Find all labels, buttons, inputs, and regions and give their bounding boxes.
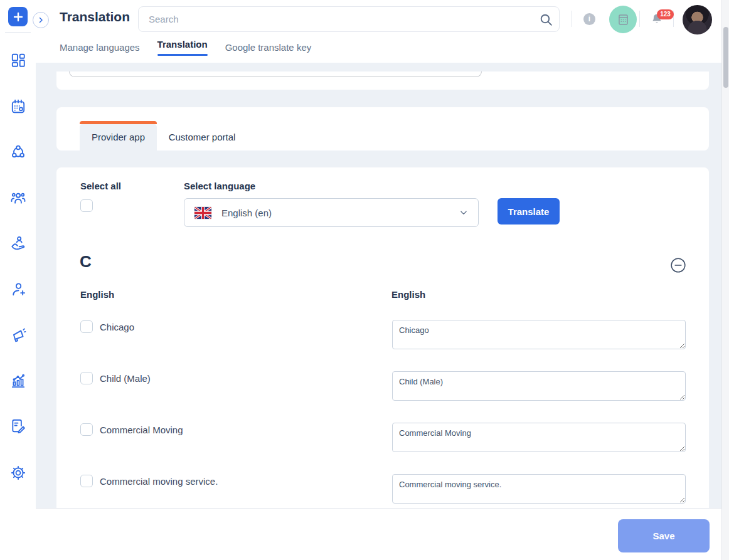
team-icon: [10, 189, 26, 206]
portal-tabs-card: Provider app Customer portal: [56, 107, 709, 151]
translation-card: Select all Select language English (en) …: [56, 167, 709, 514]
sidebar-item-add-user[interactable]: [10, 281, 26, 297]
chevron-right-icon: [37, 16, 45, 24]
tab-manage-languages[interactable]: Manage languages: [60, 39, 140, 56]
row-checkbox[interactable]: [80, 372, 93, 384]
footer-bar: Save: [36, 508, 721, 560]
document-edit-icon: [10, 418, 26, 434]
scrollbar-track: [721, 0, 729, 560]
header-divider: [572, 11, 572, 27]
info-icon[interactable]: i: [583, 13, 595, 25]
translate-button[interactable]: Translate: [498, 198, 560, 225]
translation-textarea[interactable]: Commercial Moving: [392, 423, 686, 452]
language-value: English (en): [221, 208, 449, 218]
tab-customer-portal-label: Customer portal: [169, 132, 236, 142]
sidebar-item-team[interactable]: [10, 189, 26, 206]
translation-textarea[interactable]: Child (Male): [392, 371, 686, 401]
sidebar-item-calendar[interactable]: [10, 98, 26, 115]
scrollbar-thumb[interactable]: [723, 27, 728, 88]
row-label: Commercial moving service.: [100, 476, 218, 487]
hand-person-icon: [10, 235, 26, 251]
tab-provider-app[interactable]: Provider app: [80, 124, 157, 151]
minus-circle-icon: [670, 257, 686, 273]
gear-icon: [10, 465, 26, 481]
section-letter: C: [80, 252, 92, 272]
sidebar-item-dashboard[interactable]: [10, 52, 26, 68]
save-button[interactable]: Save: [618, 519, 710, 552]
calculator-button[interactable]: [609, 6, 637, 33]
collapse-section-button[interactable]: [670, 257, 686, 273]
app-root: Translation i 123 Manage languages Trans…: [0, 0, 729, 560]
translation-textarea[interactable]: Chicago: [392, 320, 686, 349]
calendar-icon: [10, 98, 26, 115]
row-checkbox[interactable]: [80, 423, 93, 436]
sidebar-item-network[interactable]: [10, 144, 26, 160]
megaphone-icon: [10, 327, 26, 344]
header: Translation i 123 Manage languages Trans…: [36, 0, 729, 63]
sidebar-item-settings[interactable]: [10, 465, 26, 481]
search-input[interactable]: [139, 7, 559, 31]
select-all-checkbox[interactable]: [80, 199, 93, 212]
translation-textarea[interactable]: Commercial moving service.: [392, 474, 686, 504]
tab-google-translate-key[interactable]: Google translate key: [225, 39, 312, 56]
sidebar-divider: [5, 32, 31, 33]
avatar[interactable]: [683, 5, 712, 34]
tab-provider-app-label: Provider app: [92, 132, 145, 142]
row-checkbox[interactable]: [80, 475, 93, 487]
bar-chart-icon: [10, 373, 26, 389]
partial-input[interactable]: [69, 71, 482, 77]
header-nav-tabs: Manage languages Translation Google tran…: [60, 39, 311, 56]
sidebar-expand-button[interactable]: [33, 12, 49, 28]
select-language-label: Select language: [184, 181, 255, 191]
uk-flag-icon: [194, 207, 211, 219]
source-column-header: English: [80, 289, 114, 300]
row-checkbox[interactable]: [80, 320, 93, 333]
notification-badge: 123: [657, 9, 674, 19]
add-button[interactable]: [8, 7, 28, 26]
select-all-label: Select all: [80, 181, 121, 191]
sidebar: [0, 0, 36, 560]
sidebar-item-analytics[interactable]: [10, 373, 26, 389]
tab-customer-portal[interactable]: Customer portal: [166, 124, 238, 151]
row-label: Chicago: [100, 322, 134, 332]
language-select[interactable]: English (en): [184, 198, 479, 227]
row-label: Child (Male): [100, 373, 151, 384]
user-plus-icon: [10, 281, 26, 297]
tab-translation[interactable]: Translation: [157, 39, 208, 56]
search-box: [138, 6, 560, 32]
network-icon: [10, 144, 26, 160]
chevron-down-icon: [459, 208, 468, 217]
sidebar-item-services[interactable]: [10, 235, 26, 251]
cropped-card: [56, 71, 709, 90]
row-label: Commercial Moving: [100, 425, 183, 435]
search-icon[interactable]: [538, 12, 554, 28]
calculator-icon: [617, 13, 630, 26]
page-title: Translation: [60, 9, 130, 24]
target-column-header: English: [391, 289, 425, 300]
dashboard-grid-icon: [10, 52, 26, 68]
sidebar-item-forms[interactable]: [10, 418, 26, 434]
header-divider: [639, 11, 640, 27]
plus-icon: [13, 12, 23, 22]
sidebar-item-marketing[interactable]: [10, 327, 26, 344]
